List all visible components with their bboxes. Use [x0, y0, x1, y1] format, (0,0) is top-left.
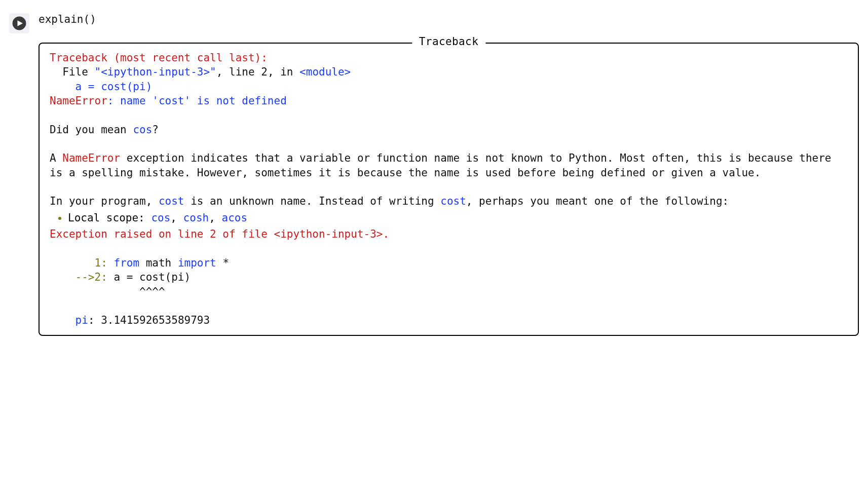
ctx-caret: ^^^^ — [50, 286, 165, 298]
traceback-content-2: Exception raised on line 2 of file <ipyt… — [50, 227, 848, 327]
var-val: 3.141592653589793 — [101, 314, 210, 326]
run-cell-button[interactable] — [9, 13, 29, 33]
error-name: NameError — [50, 95, 107, 107]
traceback-content: Traceback (most recent call last): File … — [50, 51, 848, 209]
explanation-p2d: cost — [440, 195, 466, 207]
tb-file-module: <module> — [299, 66, 351, 78]
cell-output: Traceback Traceback (most recent call la… — [39, 43, 859, 336]
ctx-line2-num: -->2: — [50, 271, 114, 283]
ctx-line1-num: 1: — [50, 257, 114, 269]
scope-item: Local scope: cos, cosh, acos — [68, 211, 848, 225]
explanation-p2b: cost — [159, 195, 184, 207]
ctx-line1-c: import — [178, 257, 216, 269]
scope-suggestion: acos — [221, 212, 247, 224]
tb-file-linepart: , line 2, in — [216, 66, 299, 78]
scope-label: Local scope: — [68, 212, 151, 224]
tb-file-name: "<ipython-input-3>" — [95, 66, 216, 78]
ctx-line1-b: math — [139, 257, 178, 269]
raised-a: Exception raised on line 2 of file — [50, 228, 274, 240]
raised-b: <ipython-input-3> — [274, 228, 383, 240]
explanation-p2a: In your program, — [50, 195, 159, 207]
explanation-p2e: , perhaps you meant one of the following… — [466, 195, 729, 207]
ctx-line2-code: a = cost(pi) — [114, 271, 191, 283]
explanation-p1a: A — [50, 152, 62, 164]
explanation-p2c: is an unknown name. Instead of writing — [184, 195, 441, 207]
ctx-line1-d: * — [216, 257, 229, 269]
var-sep: : — [88, 314, 101, 326]
scope-suggestion: cosh — [183, 212, 209, 224]
raised-c: . — [383, 228, 389, 240]
code-input[interactable]: explain() — [39, 10, 859, 27]
tb-header: Traceback (most recent call last): — [50, 52, 268, 64]
did-you-mean-prefix: Did you mean — [50, 124, 133, 136]
tb-file-prefix: File — [50, 66, 95, 78]
tb-code: a = cost(pi) — [50, 81, 152, 93]
scope-list: Local scope: cos, cosh, acos — [50, 211, 848, 225]
explanation-p1c: exception indicates that a variable or f… — [50, 152, 838, 178]
cell-body: explain() Traceback Traceback (most rece… — [39, 10, 859, 336]
error-msg: : name 'cost' is not defined — [107, 95, 287, 107]
ctx-line1-a: from — [114, 257, 139, 269]
explanation-p1b: NameError — [62, 152, 120, 164]
var-name: pi — [50, 314, 88, 326]
traceback-legend: Traceback — [412, 35, 485, 48]
notebook-cell: explain() Traceback Traceback (most rece… — [9, 10, 859, 336]
play-icon — [12, 16, 26, 30]
traceback-box: Traceback Traceback (most recent call la… — [39, 43, 859, 336]
did-you-mean-suffix: ? — [152, 124, 159, 136]
scope-suggestion: cos — [151, 212, 170, 224]
did-you-mean-suggestion: cos — [133, 124, 152, 136]
